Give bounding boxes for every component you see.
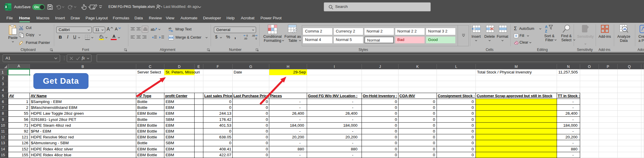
font-size-chevron-icon[interactable] (101, 29, 104, 31)
document-title[interactable]: EOM FG-PKG Template.xlsm (108, 0, 155, 14)
ribbon-tab-review[interactable]: Review (149, 14, 162, 23)
cell-H10[interactable]: 184,000 (269, 123, 307, 128)
cell-F5[interactable]: Last sales Price (203, 93, 233, 99)
row-header-1[interactable]: 1 (0, 69, 8, 75)
cell-I11[interactable]: - (307, 128, 362, 134)
cell-J13[interactable]: 0 (362, 140, 398, 146)
style-gallery-item-normal-2-2[interactable]: Normal 2 2 (395, 28, 425, 35)
cell-C7[interactable]: Bottle (136, 105, 165, 111)
cell-I12[interactable]: 20,200 (307, 134, 362, 140)
clipboard-dialog-launcher[interactable] (50, 49, 53, 51)
cell-I14[interactable]: 880 (307, 146, 362, 152)
cell-C15[interactable]: EBM Bottle (136, 152, 165, 158)
cell-H11[interactable]: - (269, 128, 307, 134)
column-header-O[interactable]: O (580, 64, 599, 69)
cell-K15[interactable]: 0 (398, 152, 437, 158)
name-box-chevron-icon[interactable] (54, 57, 57, 59)
column-header-C[interactable]: C (136, 64, 165, 69)
style-gallery-item-normal-5[interactable]: Normal 5 (334, 37, 363, 43)
number-format-chevron-icon[interactable] (252, 29, 254, 31)
fill-handle[interactable] (29, 74, 30, 76)
column-header-B[interactable]: B (30, 64, 136, 69)
cell-I10[interactable]: 184,000 (307, 123, 362, 128)
fill-chevron-icon[interactable] (527, 35, 529, 37)
cell-M11[interactable] (476, 128, 557, 134)
cell-I6[interactable]: - (307, 99, 362, 105)
cell-F6[interactable]: 0 (203, 99, 233, 105)
cell-N12[interactable]: 20,200 (557, 134, 580, 140)
cell-H14[interactable]: 880 (269, 146, 307, 152)
cell-A11[interactable]: 92 (8, 128, 30, 134)
cell-H9[interactable]: - (269, 117, 307, 123)
cell-K11[interactable]: 0 (398, 128, 437, 134)
column-header-I[interactable]: I (307, 64, 362, 69)
cell-C10[interactable]: EBM Bottle (136, 123, 165, 128)
column-header-J[interactable]: J (362, 64, 398, 69)
insert-cells-button[interactable]: Insert (469, 25, 483, 39)
addins-button[interactable]: Add-ins (597, 25, 613, 39)
cell-B14[interactable]: HDPE Ridex 48oz silver (30, 146, 136, 152)
number-format-combo[interactable]: General (214, 27, 256, 33)
formula-input[interactable] (97, 54, 644, 62)
cell-M8[interactable] (476, 111, 557, 116)
ribbon-tab-insert[interactable]: Insert (55, 14, 65, 23)
cell-F12[interactable]: 638.05 (203, 134, 233, 140)
cell-J10[interactable]: 0 (362, 123, 398, 128)
style-gallery-item-comma-2[interactable]: Comma 2 (303, 28, 332, 35)
adobe-create-pdf-button[interactable]: Crea P (638, 25, 644, 43)
cell-C11[interactable]: EBM Bottle (136, 128, 165, 134)
cell-F8[interactable]: 244.13 (203, 111, 233, 116)
paste-button[interactable]: Paste (6, 25, 19, 40)
font-size-combo[interactable]: 11 (93, 27, 105, 33)
ribbon-tab-acrobat[interactable]: Acrobat (241, 14, 255, 23)
cell-L14[interactable]: 0 (437, 146, 476, 152)
ribbon-tab-developer[interactable]: Developer (203, 14, 221, 23)
decrease-decimal-icon[interactable]: .00 0 (251, 35, 258, 40)
formula-bar-grip-icon[interactable]: ⋮ (62, 56, 67, 61)
underline-button[interactable]: U (73, 35, 77, 40)
style-gallery-more-icon[interactable] (461, 34, 466, 37)
cell-N11[interactable]: - (557, 128, 580, 134)
cell-F7[interactable]: 0 (203, 105, 233, 111)
cell-M12[interactable] (476, 134, 557, 140)
cell-K8[interactable]: 0 (398, 111, 437, 116)
comma-style-button[interactable]: , (234, 33, 238, 40)
find-select-button[interactable]: Find &Select (558, 25, 574, 42)
cell-K7[interactable]: 0 (398, 105, 437, 111)
cell-K9[interactable]: 0 (398, 117, 437, 123)
delete-cells-button[interactable]: Delete (483, 25, 496, 39)
row-header-6[interactable]: 6 (0, 99, 8, 105)
borders-icon[interactable] (85, 35, 90, 40)
row-header-9[interactable]: 9 (0, 117, 8, 123)
cell-G7[interactable]: 0 (233, 105, 270, 111)
last-modified-chevron-icon[interactable] (198, 6, 201, 8)
cell-J7[interactable]: 0 (362, 105, 398, 111)
cell-N1[interactable]: 11,257,505 (557, 69, 580, 75)
cell-C13[interactable]: Bottle (136, 140, 165, 146)
cell-I7[interactable]: - (307, 105, 362, 111)
column-header-Q[interactable]: Q (618, 64, 642, 69)
cell-E11[interactable] (195, 128, 204, 134)
cell-B10[interactable]: HDPE Steam 48oz red (30, 123, 136, 128)
cell-C14[interactable]: EBM Bottle (136, 146, 165, 152)
font-color-chevron-icon[interactable] (118, 37, 120, 39)
cell-N10[interactable]: 184,000 (557, 123, 580, 128)
cell-E12[interactable] (195, 134, 204, 140)
cell-I5[interactable]: Good FG W/o INV Location : (307, 93, 362, 99)
ribbon-tab-view[interactable]: View (166, 14, 174, 23)
redo-icon[interactable] (67, 4, 73, 10)
merge-center-chevron-icon[interactable] (205, 37, 208, 39)
style-gallery-item-bad[interactable]: Bad (395, 37, 425, 43)
cell-B15[interactable]: HDPE Ridex 48oz blue (30, 152, 136, 158)
conditional-formatting-button[interactable]: ConditionalFormatting (261, 25, 284, 43)
cell-D7[interactable]: EBM (164, 105, 195, 111)
cell-K12[interactable]: 0 (398, 134, 437, 140)
cell-B12[interactable]: HDPE Resolve 96oz red (30, 134, 136, 140)
cell-G5[interactable]: Last Purchase Price (233, 93, 270, 99)
cell-C5[interactable]: AV Type (136, 93, 165, 99)
cell-A9[interactable]: 56 (8, 117, 30, 123)
cell-K13[interactable]: 0 (398, 140, 437, 146)
column-header-L[interactable]: L (437, 64, 476, 69)
clear-chevron-icon[interactable] (529, 42, 531, 44)
cell-N8[interactable]: 26,400 (557, 111, 580, 116)
